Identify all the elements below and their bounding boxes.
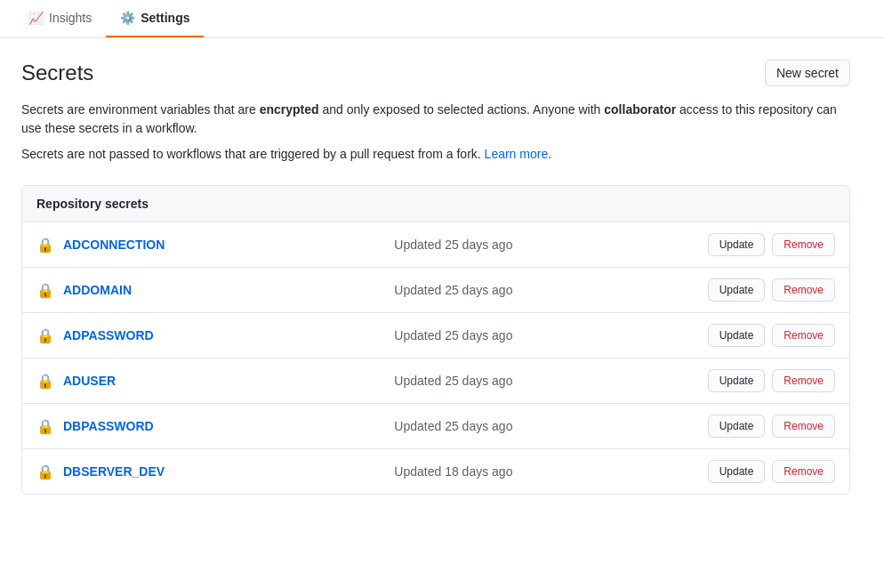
secret-updated: Updated 25 days ago [376, 419, 707, 433]
tab-insights-label: Insights [49, 11, 92, 25]
remove-button[interactable]: Remove [772, 324, 835, 347]
secret-updated: Updated 18 days ago [376, 464, 707, 479]
lock-icon: 🔒 [36, 463, 54, 480]
secrets-list: 🔒 ADCONNECTION Updated 25 days ago Updat… [22, 222, 849, 494]
secret-actions: Update Remove [708, 324, 835, 347]
secret-name: ADDOMAIN [63, 283, 376, 297]
remove-button[interactable]: Remove [772, 369, 835, 392]
page-content: Secrets New secret Secrets are environme… [0, 38, 872, 516]
update-button[interactable]: Update [708, 460, 766, 483]
tab-settings[interactable]: ⚙️ Settings [106, 0, 204, 37]
lock-icon: 🔒 [36, 327, 54, 344]
table-row: 🔒 ADPASSWORD Updated 25 days ago Update … [22, 313, 849, 358]
update-button[interactable]: Update [708, 233, 766, 256]
update-button[interactable]: Update [708, 369, 766, 392]
lock-icon: 🔒 [36, 282, 54, 299]
secrets-container: Repository secrets 🔒 ADCONNECTION Update… [21, 185, 850, 495]
secret-updated: Updated 25 days ago [376, 238, 707, 252]
secret-actions: Update Remove [708, 415, 835, 438]
table-row: 🔒 ADDOMAIN Updated 25 days ago Update Re… [22, 268, 849, 313]
update-button[interactable]: Update [708, 415, 766, 438]
secret-name: ADUSER [63, 374, 376, 388]
remove-button[interactable]: Remove [772, 278, 835, 302]
lock-icon: 🔒 [36, 373, 54, 390]
tab-settings-label: Settings [141, 11, 189, 25]
lock-icon: 🔒 [36, 418, 54, 435]
remove-button[interactable]: Remove [772, 415, 835, 438]
table-row: 🔒 DBSERVER_DEV Updated 18 days ago Updat… [22, 449, 849, 494]
tab-insights[interactable]: 📈 Insights [14, 0, 106, 37]
update-button[interactable]: Update [708, 324, 766, 347]
new-secret-button[interactable]: New secret [765, 60, 850, 86]
secret-updated: Updated 25 days ago [376, 374, 707, 388]
table-row: 🔒 ADCONNECTION Updated 25 days ago Updat… [22, 222, 849, 268]
lock-icon: 🔒 [36, 237, 54, 254]
description-line1: Secrets are environment variables that a… [21, 101, 850, 138]
secret-actions: Update Remove [708, 278, 835, 302]
secret-updated: Updated 25 days ago [376, 328, 707, 342]
secret-name: DBPASSWORD [63, 419, 376, 433]
page-header: Secrets New secret [21, 60, 850, 86]
secrets-table-header: Repository secrets [22, 186, 849, 222]
secret-name: ADPASSWORD [63, 328, 376, 342]
update-button[interactable]: Update [708, 278, 766, 302]
secret-actions: Update Remove [708, 369, 835, 392]
settings-icon: ⚙️ [120, 11, 135, 25]
table-row: 🔒 DBPASSWORD Updated 25 days ago Update … [22, 404, 849, 449]
secret-updated: Updated 25 days ago [376, 283, 707, 297]
remove-button[interactable]: Remove [772, 460, 835, 483]
secret-name: DBSERVER_DEV [63, 464, 376, 479]
table-row: 🔒 ADUSER Updated 25 days ago Update Remo… [22, 358, 849, 404]
page-title: Secrets [21, 60, 93, 85]
insights-icon: 📈 [28, 11, 44, 25]
secret-actions: Update Remove [708, 460, 835, 483]
nav-tabs: 📈 Insights ⚙️ Settings [0, 0, 884, 38]
learn-more-link[interactable]: Learn more [485, 147, 549, 161]
description-line2: Secrets are not passed to workflows that… [21, 145, 850, 164]
secret-actions: Update Remove [708, 233, 835, 256]
remove-button[interactable]: Remove [772, 233, 835, 256]
secret-name: ADCONNECTION [63, 238, 376, 252]
